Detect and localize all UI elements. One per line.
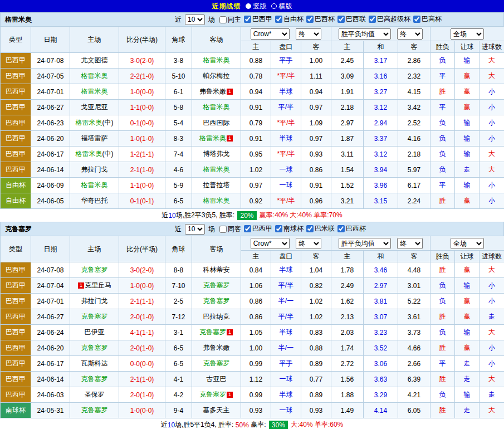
league-checkbox[interactable]	[244, 225, 251, 232]
league-checkbox[interactable]	[337, 16, 345, 23]
final-score: 2-0(1-0)	[119, 387, 165, 403]
asia-handicap-line: 半/一	[271, 340, 301, 356]
league-checkbox[interactable]	[369, 16, 376, 23]
asia-odds-header-cell: Crow* 终	[241, 236, 331, 251]
home-team-name: 格雷米奥	[81, 181, 108, 189]
match-date: 24-06-09	[31, 178, 70, 193]
europe-odds-select[interactable]: 胜平负均值	[339, 28, 391, 40]
league-filter[interactable]: 巴西杯	[337, 224, 366, 233]
summary-text: 近	[161, 420, 168, 429]
same-venue-filter[interactable]: 同客	[219, 225, 241, 234]
europe-home-odds: 2.45	[331, 53, 364, 69]
asia-away-odds: 0.93	[301, 147, 331, 162]
league-label: 自由杯	[283, 14, 304, 24]
competition-type: 巴西甲	[1, 147, 31, 162]
europe-away-odds: 2.18	[398, 147, 430, 162]
radio-selected-icon[interactable]	[246, 3, 251, 9]
bookmaker-select[interactable]: Crow*	[251, 238, 290, 249]
col-header-score: 比分(半场)	[119, 27, 165, 53]
league-filter[interactable]: 自由杯	[275, 14, 304, 24]
league-filter[interactable]: 巴西联	[337, 14, 366, 24]
asia-handicap-line: 半/一	[271, 294, 301, 309]
away-team: 克鲁塞罗	[192, 294, 241, 309]
europe-draw-odds: 3.12	[364, 100, 398, 115]
europe-final-select[interactable]: 终	[397, 28, 423, 40]
league-checkbox[interactable]	[306, 225, 314, 232]
league-filter[interactable]: 巴高超级杯	[369, 14, 410, 24]
match-count-select[interactable]: 10	[185, 14, 205, 25]
red-card-badge: 1	[227, 135, 233, 142]
league-label: 巴西联	[346, 14, 366, 24]
same-venue-label: 同主	[228, 15, 241, 25]
match-row: 巴西甲24-06-27戈亚尼亚1-1(0-0)5-8格雷米奥0.91平/半0.9…	[1, 100, 504, 115]
team-section: 格雷米奥 近 10 场 同主 巴西甲自由杯巴西杯巴西联巴高超级杯巴高杯	[0, 12, 504, 222]
league-filter[interactable]: 巴西甲	[244, 224, 272, 233]
europe-final-select[interactable]: 终	[397, 238, 423, 249]
home-team-name: 尤文图德	[81, 56, 108, 64]
home-team-name: 克鲁塞罗	[81, 375, 108, 383]
europe-away-odds: 2.24	[398, 193, 430, 209]
league-filter[interactable]: 南球杯	[275, 224, 304, 233]
competition-type: 巴西甲	[1, 131, 31, 147]
asia-away-odds: 0.77	[301, 372, 331, 387]
europe-odds-select[interactable]: 胜平负均值	[339, 238, 391, 249]
asia-home-odds: 1.00	[241, 340, 271, 356]
asia-handicap-line: 一球	[271, 403, 301, 418]
summary-text: 大:40% 单率:60%	[289, 420, 343, 429]
match-date: 24-05-31	[31, 403, 70, 418]
subcol-handicap: 让球	[455, 41, 479, 53]
near-label: 近	[175, 225, 182, 234]
league-checkbox[interactable]	[306, 16, 314, 23]
match-row: 巴西甲24-06-23格雷米奥(中)0-1(0-0)5-4巴西国际0.79*平/…	[1, 115, 504, 131]
europe-draw-odds: 2.97	[364, 278, 398, 294]
asia-home-odds: 0.79	[241, 115, 271, 131]
league-filter[interactable]: 巴米联	[306, 224, 335, 233]
home-team: 瓦斯科达	[70, 356, 119, 372]
europe-odds-header-cell: 胜平负均值 终	[331, 236, 430, 251]
match-row: 巴西甲24-07-01弗拉门戈2-1(1-1)2-5克鲁塞罗0.86半/一1.0…	[1, 294, 504, 309]
fulltime-select[interactable]: 全场	[451, 238, 484, 249]
away-team: 基多天主	[192, 403, 241, 418]
league-checkbox[interactable]	[244, 16, 251, 23]
asia-away-odds: 0.82	[301, 278, 331, 294]
europe-away-odds: 4.15	[398, 84, 430, 100]
europe-draw-odds: 3.06	[364, 356, 398, 372]
competition-type: 巴西甲	[1, 387, 31, 403]
home-team-name: 弗拉门戈	[81, 165, 108, 173]
competition-type: 自由杯	[1, 193, 31, 209]
europe-draw-odds: 3.27	[364, 84, 398, 100]
league-checkbox[interactable]	[275, 225, 282, 232]
final-score: 1-1(0-0)	[119, 100, 165, 115]
league-checkbox[interactable]	[413, 16, 420, 23]
handicap-result: 输	[455, 278, 479, 294]
subcol-asia-home: 主	[241, 251, 271, 262]
match-row: 巴西甲24-06-14克鲁塞罗2-1(1-0)4-1古亚巴1.12一球0.771…	[1, 372, 504, 387]
asia-away-odds: 0.89	[301, 356, 331, 372]
europe-away-odds: 3.01	[398, 278, 430, 294]
home-team: 尤文图德	[70, 53, 119, 69]
team-header-bar: 克鲁塞罗 近 10 场 同客 巴西甲南球杯巴米联巴西杯	[0, 222, 504, 236]
same-venue-label: 同客	[228, 225, 241, 234]
layout-radio-vertical[interactable]: 竖版	[246, 2, 267, 11]
asia-away-odds: 0.97	[301, 100, 331, 115]
same-venue-checkbox[interactable]	[219, 16, 227, 23]
asia-handicap-line: 半球	[271, 131, 301, 147]
radio-unselected-icon[interactable]	[271, 3, 277, 9]
league-checkbox[interactable]	[275, 16, 282, 23]
europe-home-odds: 3.21	[331, 193, 364, 209]
subcol-europe-away: 客	[398, 251, 430, 262]
asia-handicap-line: 半球	[271, 84, 301, 100]
home-team-name: 克里丘马	[85, 281, 111, 289]
match-count-select[interactable]: 10	[185, 224, 205, 235]
asia-final-select[interactable]: 终	[296, 28, 321, 40]
league-filter[interactable]: 巴西甲	[244, 14, 272, 24]
league-filter[interactable]: 巴西杯	[306, 14, 335, 24]
fulltime-select[interactable]: 全场	[451, 28, 484, 40]
league-checkbox[interactable]	[337, 225, 345, 232]
same-venue-checkbox[interactable]	[219, 226, 227, 233]
same-venue-filter[interactable]: 同主	[219, 15, 241, 25]
league-filter[interactable]: 巴高杯	[413, 14, 442, 24]
asia-final-select[interactable]: 终	[296, 238, 321, 249]
bookmaker-select[interactable]: Crow*	[251, 28, 290, 40]
layout-radio-horizontal[interactable]: 横版	[271, 2, 292, 11]
